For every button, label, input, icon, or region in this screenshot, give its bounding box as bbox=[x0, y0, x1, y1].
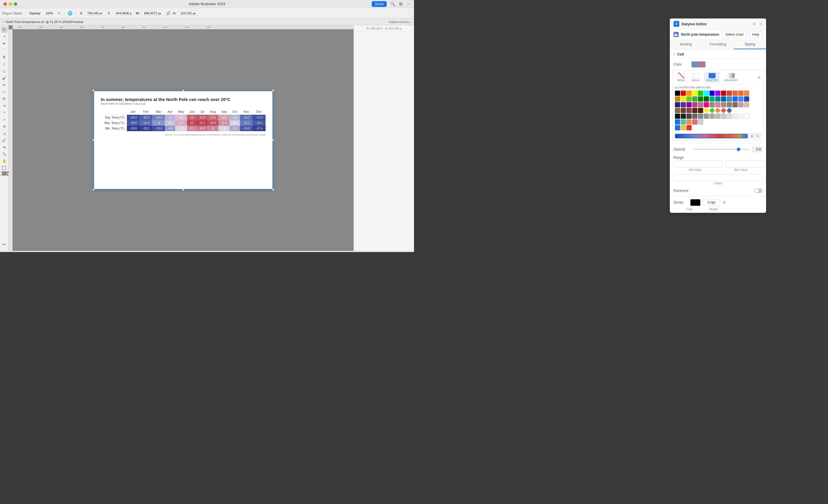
cell-max-jun: 21 bbox=[187, 120, 197, 126]
more-icon[interactable]: ⋯ bbox=[406, 1, 411, 7]
cell-min-jul: 10.4 bbox=[197, 126, 207, 131]
ruler-marks: 300 400 500 600 700 800 900 1000 1100 12… bbox=[13, 26, 354, 28]
maximize-button[interactable] bbox=[14, 2, 17, 6]
cell-min-aug: 8 bbox=[207, 126, 219, 131]
paintbrush-tool[interactable]: 🖌 bbox=[1, 75, 7, 81]
row-label-avg: Avg. Temp (°C) bbox=[101, 115, 127, 121]
header-may: May bbox=[175, 109, 187, 115]
chart-content: In summer, temperatures at the North Pol… bbox=[94, 91, 273, 189]
line-tool[interactable]: / bbox=[1, 61, 7, 67]
w-value[interactable]: 858,9372 px bbox=[142, 11, 164, 15]
handle-bm[interactable] bbox=[182, 189, 184, 191]
shape-tool[interactable]: □ bbox=[1, 68, 7, 74]
pen-tool[interactable]: ✒ bbox=[1, 40, 7, 47]
row-label-min: Min. Temp (°C) bbox=[101, 126, 127, 131]
zoom-tool[interactable]: 🔍 bbox=[1, 151, 7, 157]
w-label: W: bbox=[136, 11, 139, 15]
blend-tool[interactable]: ⋈ bbox=[1, 144, 7, 150]
table-row: Min. Temp (°C) −28.8 −26.2 −19.8 −6.9 2 … bbox=[101, 126, 265, 131]
fill-swatch[interactable] bbox=[2, 166, 7, 171]
y-label: Y: bbox=[108, 11, 111, 15]
header-dec: Dec bbox=[253, 109, 265, 115]
hand-tool[interactable]: ✋ bbox=[1, 158, 7, 164]
handle-mr[interactable] bbox=[272, 139, 274, 141]
title-bar-right: Share 🔍 ⊞ ⋯ bbox=[372, 1, 411, 7]
chart-tool[interactable]: 📊 bbox=[1, 130, 7, 136]
h-value[interactable]: 224,532 px bbox=[178, 11, 199, 15]
selection-tool[interactable]: ↖ bbox=[1, 27, 7, 33]
rotate-tool[interactable]: ↻ bbox=[1, 95, 7, 102]
traffic-lights bbox=[3, 2, 17, 6]
color-mode-btn[interactable]: □ bbox=[0, 171, 2, 175]
close-button[interactable] bbox=[3, 2, 7, 6]
handle-bl[interactable] bbox=[92, 189, 94, 191]
globe-icon[interactable]: 🌐 bbox=[68, 11, 73, 15]
handle-tr[interactable] bbox=[272, 89, 274, 91]
canvas-area: 300 400 500 600 700 800 900 1000 1100 12… bbox=[9, 25, 354, 251]
ruler-mark-700: 700 bbox=[101, 26, 105, 28]
left-toolbar: ↖ ↗ ✒ ⌒ T / □ 🖌 ✏ ◻ ↻ ⇲ 〜 ⊹ ⊕ 📊 🖊 ⋈ 🔍 ✋ … bbox=[0, 25, 9, 251]
cell-max-dec: −19.1 bbox=[253, 120, 265, 126]
cell-avg-mar: −12.4 bbox=[152, 115, 165, 121]
page-number[interactable]: 1 bbox=[37, 252, 43, 252]
cell-min-dec: −27.4 bbox=[253, 126, 265, 131]
header-aug: Aug bbox=[207, 109, 219, 115]
cell-avg-jul: 15.9 bbox=[197, 115, 207, 121]
ruler-mark-1000: 1000 bbox=[163, 26, 167, 28]
search-icon[interactable]: 🔍 bbox=[390, 1, 396, 7]
close-tab-icon[interactable]: ✕ bbox=[2, 20, 5, 23]
cell-min-nov: −19.5 bbox=[240, 126, 253, 131]
zoom-value[interactable]: 51,29% bbox=[3, 252, 17, 252]
vertical-ruler bbox=[9, 29, 13, 251]
share-button[interactable]: Share bbox=[372, 1, 387, 7]
datylon-account-tab[interactable]: Datylon Accou... bbox=[389, 20, 412, 24]
x-value[interactable]: 769,045 px bbox=[85, 11, 105, 15]
gradient-btn[interactable] bbox=[2, 171, 6, 175]
minimize-button[interactable] bbox=[9, 2, 12, 6]
percent-icon: % bbox=[58, 11, 61, 15]
cell-avg-jan: −24.2 bbox=[127, 115, 139, 121]
cell-min-oct: −8.3 bbox=[230, 126, 240, 131]
right-panel-label: W: 858,9372 H: 224,532 p bbox=[354, 25, 414, 32]
cell-max-sep: 12.1 bbox=[218, 120, 230, 126]
cell-max-apr: 4.9 bbox=[165, 120, 175, 126]
angle-value[interactable]: 0° bbox=[21, 252, 28, 252]
cell-avg-may: 8.8 bbox=[175, 115, 187, 121]
cell-min-apr: −6.9 bbox=[165, 126, 175, 131]
row-label-max: Max. Temp (°C) bbox=[101, 120, 127, 126]
handle-br[interactable] bbox=[272, 189, 274, 191]
cell-max-may: 14.7 bbox=[175, 120, 187, 126]
y-value[interactable]: -544,6938 p bbox=[113, 11, 134, 15]
plugin-object-label: Plug-in Object bbox=[2, 11, 22, 15]
ruler-mark-400: 400 bbox=[39, 26, 43, 28]
bottom-tools: ••• bbox=[1, 241, 7, 250]
cell-min-jun: 9.1 bbox=[187, 126, 197, 131]
cell-avg-aug: 13.4 bbox=[207, 115, 219, 121]
pencil-tool[interactable]: ✏ bbox=[1, 82, 7, 88]
document-tab[interactable]: North Pole temperatures.ai* @ 51,29 % (R… bbox=[6, 20, 83, 24]
cell-avg-apr: −1 bbox=[165, 115, 175, 121]
opacity-value[interactable]: 100% bbox=[43, 11, 55, 15]
shape-builder-tool[interactable]: ⊕ bbox=[1, 123, 7, 129]
free-transform-tool[interactable]: ⊹ bbox=[1, 116, 7, 123]
cell-max-aug: 18.9 bbox=[207, 120, 219, 126]
h-label: H: bbox=[173, 11, 176, 15]
warp-tool[interactable]: 〜 bbox=[1, 109, 7, 116]
cell-min-may: 2 bbox=[175, 126, 187, 131]
header-sep: Sep bbox=[218, 109, 230, 115]
direct-selection-tool[interactable]: ↗ bbox=[1, 33, 7, 40]
data-table: Jan Feb Mar Apr May Jun Jul Aug Sep Oct bbox=[101, 109, 265, 131]
eyedropper-tool[interactable]: 🖊 bbox=[1, 137, 7, 143]
text-tool[interactable]: T bbox=[1, 54, 7, 60]
cell-max-nov: −11.1 bbox=[240, 120, 253, 126]
header-oct: Oct bbox=[230, 109, 240, 115]
scale-tool[interactable]: ⇲ bbox=[1, 102, 7, 109]
ruler-mark-300: 300 bbox=[18, 26, 22, 28]
chart-title: In summer, temperatures at the North Pol… bbox=[101, 97, 265, 102]
more-tools[interactable]: ••• bbox=[1, 241, 7, 247]
layout-icon[interactable]: ⊞ bbox=[399, 1, 403, 7]
link-icon[interactable]: 🔗 bbox=[166, 11, 171, 15]
curvature-tool[interactable]: ⌒ bbox=[1, 47, 7, 53]
eraser-tool[interactable]: ◻ bbox=[1, 89, 7, 95]
cell-avg-nov: −15.3 bbox=[240, 115, 253, 121]
